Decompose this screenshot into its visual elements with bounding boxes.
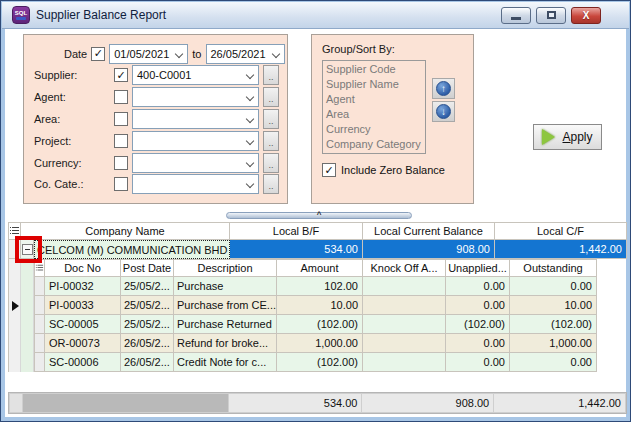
panel-splitter[interactable]: ^ — [226, 212, 412, 219]
description-cell[interactable]: Purchase — [174, 277, 277, 296]
column-header-knock-off[interactable]: Knock Off A... — [363, 259, 446, 277]
detail-row[interactable]: SC-00006 26/05/2... Credit Note for c...… — [34, 353, 597, 372]
company-category-browse-button[interactable]: .. — [263, 174, 279, 194]
post-date-cell[interactable]: 25/05/2... — [121, 296, 174, 315]
group-sort-item[interactable]: Agent — [326, 92, 422, 107]
amount-cell[interactable]: (102.00) — [277, 353, 363, 372]
move-up-button[interactable]: ↑ — [432, 78, 455, 99]
detail-row[interactable]: OR-00073 26/05/2... Refund for broke... … — [34, 334, 597, 353]
agent-label: Agent: — [34, 91, 110, 103]
area-browse-button[interactable]: .. — [263, 109, 279, 129]
column-header-local-bf[interactable]: Local B/F — [230, 222, 363, 240]
currency-checkbox[interactable] — [114, 156, 128, 170]
group-sort-item[interactable]: Currency — [326, 122, 422, 137]
apply-button[interactable]: Apply — [533, 124, 602, 150]
include-zero-balance-checkbox[interactable]: ✓ — [322, 163, 336, 177]
description-cell[interactable]: Credit Note for c... — [174, 353, 277, 372]
company-category-combobox[interactable] — [132, 174, 259, 194]
restore-button[interactable] — [536, 7, 566, 24]
column-header-post-date[interactable]: Post Date — [121, 259, 174, 277]
column-header-unapplied[interactable]: Unapplied... — [446, 259, 510, 277]
post-date-cell[interactable]: 25/05/2... — [121, 315, 174, 334]
knock-off-cell[interactable] — [363, 353, 446, 372]
minimize-icon — [511, 17, 521, 20]
group-sort-item[interactable]: Area — [326, 107, 422, 122]
knock-off-cell[interactable] — [363, 296, 446, 315]
knock-off-cell[interactable] — [363, 277, 446, 296]
doc-no-cell[interactable]: SC-00005 — [45, 315, 121, 334]
annotation-highlight-box — [15, 236, 42, 263]
detail-row[interactable]: PI-00033 25/05/2... Purchase from CE... … — [34, 296, 597, 315]
date-to-combobox[interactable]: 26/05/2021 — [206, 44, 285, 64]
window-controls: X — [501, 7, 601, 24]
doc-no-cell[interactable]: SC-00006 — [45, 353, 121, 372]
area-checkbox[interactable] — [114, 112, 128, 126]
date-checkbox[interactable]: ✓ — [91, 47, 105, 61]
group-sort-item[interactable]: Supplier Name — [326, 77, 422, 92]
knock-off-cell[interactable] — [363, 334, 446, 353]
unapplied-cell[interactable]: (102.00) — [446, 315, 510, 334]
description-cell[interactable]: Purchase from CE... — [174, 296, 277, 315]
currency-combobox[interactable] — [132, 153, 259, 173]
date-filter-row: Date ✓ 01/05/2021 to 26/05/2021 — [34, 43, 279, 64]
window-body: Date ✓ 01/05/2021 to 26/05/2021 Supplier… — [6, 29, 625, 416]
amount-cell[interactable]: (102.00) — [277, 315, 363, 334]
doc-no-cell[interactable]: PI-00032 — [45, 277, 121, 296]
row-indicator-cell — [34, 296, 45, 315]
local-bf-cell[interactable]: 534.00 — [230, 240, 363, 259]
agent-browse-button[interactable]: .. — [263, 87, 279, 107]
project-browse-button[interactable]: .. — [263, 131, 279, 151]
doc-no-cell[interactable]: PI-00033 — [45, 296, 121, 315]
post-date-cell[interactable]: 26/05/2... — [121, 353, 174, 372]
post-date-cell[interactable]: 26/05/2... — [121, 334, 174, 353]
doc-no-cell[interactable]: OR-00073 — [45, 334, 121, 353]
group-sort-item[interactable]: Company Category — [326, 137, 422, 152]
column-header-outstanding[interactable]: Outstanding — [510, 259, 597, 277]
local-cf-cell[interactable]: 1,442.00 — [495, 240, 627, 259]
post-date-cell[interactable]: 25/05/2... — [121, 277, 174, 296]
supplier-browse-button[interactable]: .. — [263, 65, 279, 85]
unapplied-cell[interactable]: 0.00 — [446, 334, 510, 353]
local-current-balance-cell[interactable]: 908.00 — [363, 240, 495, 259]
column-header-amount[interactable]: Amount — [277, 259, 363, 277]
move-down-button[interactable]: ↓ — [432, 101, 455, 122]
outstanding-cell[interactable]: 0.00 — [510, 353, 597, 372]
column-header-description[interactable]: Description — [174, 259, 277, 277]
group-sort-item[interactable]: Supplier Code — [326, 62, 422, 77]
knock-off-cell[interactable] — [363, 315, 446, 334]
description-cell[interactable]: Purchase Returned — [174, 315, 277, 334]
date-from-combobox[interactable]: 01/05/2021 — [109, 44, 188, 64]
supplier-checkbox[interactable]: ✓ — [114, 68, 128, 82]
detail-row[interactable]: PI-00032 25/05/2... Purchase 102.00 0.00… — [34, 277, 597, 296]
agent-checkbox[interactable] — [114, 90, 128, 104]
company-category-checkbox[interactable] — [114, 177, 128, 191]
detail-row[interactable]: SC-00005 25/05/2... Purchase Returned (1… — [34, 315, 597, 334]
area-combobox[interactable] — [132, 109, 259, 129]
column-header-company-name[interactable]: Company Name — [21, 222, 230, 240]
column-header-local-cf[interactable]: Local C/F — [495, 222, 627, 240]
currency-browse-button[interactable]: .. — [263, 153, 279, 173]
master-grid-row[interactable]: CELCOM (M) COMMUNICATION BHD 534.00 908.… — [8, 240, 627, 259]
amount-cell[interactable]: 1,000.00 — [277, 334, 363, 353]
description-cell[interactable]: Refund for broke... — [174, 334, 277, 353]
agent-combobox[interactable] — [132, 87, 259, 107]
outstanding-cell[interactable]: 1,000.00 — [510, 334, 597, 353]
group-sort-listbox[interactable]: Supplier Code Supplier Name Agent Area C… — [322, 60, 426, 154]
unapplied-cell[interactable]: 0.00 — [446, 353, 510, 372]
unapplied-cell[interactable]: 0.00 — [446, 277, 510, 296]
company-name-cell[interactable]: CELCOM (M) COMMUNICATION BHD — [34, 240, 230, 259]
column-header-doc-no[interactable]: Doc No — [45, 259, 121, 277]
amount-cell[interactable]: 102.00 — [277, 277, 363, 296]
supplier-combobox[interactable]: 400-C0001 — [132, 65, 259, 85]
project-checkbox[interactable] — [114, 134, 128, 148]
outstanding-cell[interactable]: 0.00 — [510, 277, 597, 296]
outstanding-cell[interactable]: (102.00) — [510, 315, 597, 334]
project-combobox[interactable] — [132, 131, 259, 151]
column-header-local-current-balance[interactable]: Local Current Balance — [363, 222, 495, 240]
close-button[interactable]: X — [571, 7, 601, 24]
outstanding-cell[interactable]: 10.00 — [510, 296, 597, 315]
minimize-button[interactable] — [501, 7, 531, 24]
chevron-down-icon — [271, 49, 279, 57]
amount-cell[interactable]: 10.00 — [277, 296, 363, 315]
unapplied-cell[interactable]: 0.00 — [446, 296, 510, 315]
